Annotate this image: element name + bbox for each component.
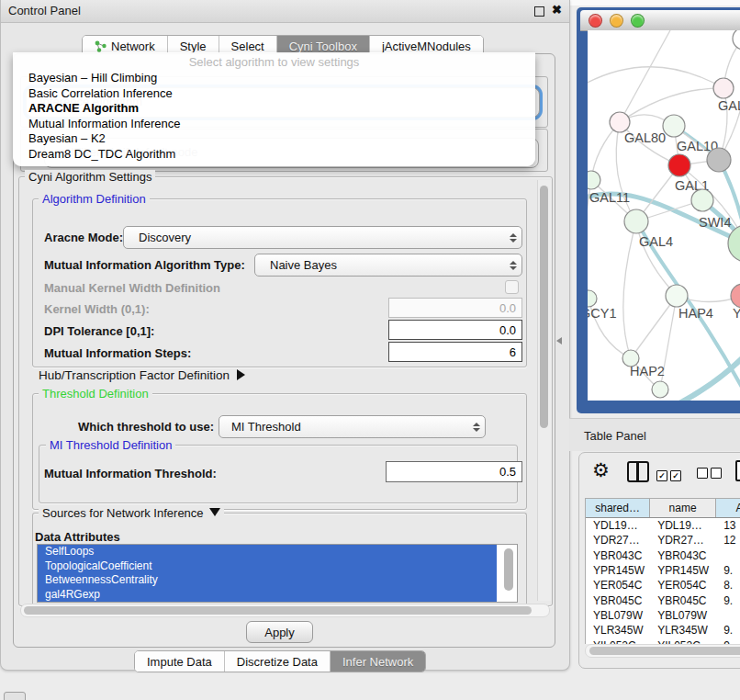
float-window-icon[interactable] <box>534 6 544 17</box>
network-node-gal4[interactable] <box>624 209 648 233</box>
table-header-row: shared…nameA <box>586 499 740 518</box>
which-threshold-combo[interactable]: MI Threshold <box>219 415 486 438</box>
table-row[interactable]: YIL052CYIL052C9. <box>586 638 740 644</box>
table-row[interactable]: YBR045CYBR045C9. <box>586 593 740 607</box>
algorithm-option[interactable]: ARACNE Algorithm <box>13 101 535 117</box>
column-header-1[interactable]: shared… <box>586 499 650 517</box>
network-node-gal[interactable] <box>713 78 734 98</box>
kernel-width-field[interactable]: 0.0 <box>388 298 522 318</box>
column-header-3[interactable]: A <box>716 499 740 517</box>
table-cell: 8. <box>716 578 740 593</box>
data-attribute-item[interactable]: SelfLoops <box>38 545 497 559</box>
attributes-list-scrollbar-thumb[interactable] <box>504 548 513 591</box>
minimized-panel-icon[interactable] <box>4 692 26 700</box>
network-canvas[interactable]: GALGAL80GAL10GAL1SWI4GAL11GAL4HAP4YGCY1H… <box>588 30 740 401</box>
network-node-gal80[interactable] <box>610 112 630 132</box>
network-window-titlebar[interactable] <box>580 10 740 31</box>
settings-vertical-scrollbar[interactable] <box>537 180 551 601</box>
expander-collapsed-icon <box>237 369 245 380</box>
table-cell: YLR345W <box>586 623 650 638</box>
table-cell: YBR043C <box>650 548 716 563</box>
network-node[interactable] <box>733 30 740 50</box>
column-header-2[interactable]: name <box>650 499 716 517</box>
network-node-label: SWI4 <box>699 215 731 230</box>
aracne-mode-combo[interactable]: Discovery <box>123 226 522 249</box>
settings-gear-icon[interactable]: ⚙ <box>592 461 610 480</box>
network-edge-highlighted[interactable] <box>679 341 740 401</box>
control-panel-titlebar[interactable]: Control Panel ✖ <box>1 0 569 23</box>
table-row[interactable]: YDL19…YDL19…13 <box>586 518 740 533</box>
aracne-mode-label: Aracne Mode: <box>44 231 123 244</box>
algorithm-option[interactable]: Mutual Information Inference <box>13 117 535 132</box>
settings-horizontal-scrollbar[interactable] <box>20 604 550 617</box>
threshold-definition-title: Threshold Definition <box>39 387 152 401</box>
network-edge[interactable] <box>623 221 636 358</box>
hub-expander[interactable]: Hub/Transcription Factor Definition <box>39 368 245 382</box>
table-cell: YBR043C <box>586 548 650 563</box>
algorithm-option[interactable]: Bayesian – K2 <box>13 131 535 147</box>
mac-zoom-button[interactable] <box>631 14 645 28</box>
new-column-icon[interactable] <box>735 460 740 481</box>
table-row[interactable]: YER054CYER054C8. <box>586 578 740 593</box>
table-row[interactable]: YBL079WYBL079W <box>586 608 740 623</box>
table-row[interactable]: YPR145WYPR145W9. <box>586 563 740 578</box>
combo-arrows-icon <box>505 261 521 270</box>
tab-impute-data[interactable]: Impute Data <box>135 651 225 672</box>
sources-expander[interactable]: Sources for Network Inference <box>39 506 224 520</box>
network-edge[interactable] <box>588 67 723 88</box>
table-row[interactable]: YDR27…YDR27…12 <box>586 533 740 548</box>
manual-kernel-label: Manual Kernel Width Definition <box>44 281 220 295</box>
tab-discretize-data[interactable]: Discretize Data <box>225 651 331 672</box>
mac-minimize-button[interactable] <box>610 14 623 28</box>
splitpane-collapse-icon[interactable] <box>556 337 562 344</box>
algorithm-option[interactable]: Bayesian – Hill Climbing <box>13 71 535 86</box>
table-body: YDL19…YDL19…13YDR27…YDR27…12YBR043CYBR04… <box>586 518 740 644</box>
network-node[interactable] <box>728 225 740 262</box>
network-node-gal11[interactable] <box>588 171 600 189</box>
table-cell: 9. <box>716 593 740 607</box>
settings-horizontal-scrollbar-thumb[interactable] <box>24 606 532 615</box>
algorithm-option[interactable]: Basic Correlation Inference <box>13 86 535 102</box>
dpi-tolerance-field[interactable]: 0.0 <box>388 320 522 340</box>
network-node-gcy1[interactable] <box>588 290 597 307</box>
apply-button[interactable]: Apply <box>246 621 313 643</box>
network-node-gal10[interactable] <box>663 115 685 137</box>
network-node-gal1[interactable] <box>668 154 690 176</box>
close-icon[interactable]: ✖ <box>552 3 562 17</box>
algorithm-definition-title: Algorithm Definition <box>39 192 150 206</box>
dpi-tolerance-label: DPI Tolerance [0,1]: <box>44 324 154 338</box>
manual-kernel-checkbox[interactable] <box>505 280 519 294</box>
data-attribute-item[interactable]: gal4RGexp <box>38 588 497 603</box>
table-horizontal-scrollbar[interactable] <box>585 644 740 658</box>
tab-jactivemnodules-label: jActiveMNodules <box>382 40 471 53</box>
algorithm-dropdown-placeholder: Select algorithm to view settings <box>13 54 535 71</box>
network-node-y[interactable] <box>731 284 740 308</box>
table-row[interactable]: YLR345WYLR345W9. <box>586 623 740 638</box>
network-edge[interactable] <box>631 296 677 358</box>
data-attributes-list[interactable]: SelfLoopsTopologicalCoefficientBetweenne… <box>37 544 518 603</box>
network-node-label: GAL11 <box>589 190 630 205</box>
network-edge[interactable] <box>620 30 670 122</box>
deselect-all-icon[interactable] <box>697 466 724 482</box>
kernel-width-label: Kernel Width (0,1): <box>44 302 150 316</box>
network-node[interactable] <box>652 381 668 398</box>
data-attribute-item[interactable]: BetweennessCentrality <box>38 573 497 588</box>
algorithm-option[interactable]: Dream8 DC_TDC Algorithm <box>13 147 535 163</box>
network-node-swi4[interactable] <box>691 189 713 211</box>
table-row[interactable]: YBR043CYBR043C <box>586 548 740 563</box>
network-node-hap4[interactable] <box>666 285 688 307</box>
network-node-label: HAP2 <box>630 364 665 378</box>
settings-vertical-scrollbar-thumb[interactable] <box>540 186 548 428</box>
dpi-tolerance-value: 0.0 <box>499 323 516 337</box>
mi-type-combo[interactable]: Naive Bayes <box>254 254 522 277</box>
mi-steps-field[interactable]: 6 <box>388 342 522 362</box>
mac-close-button[interactable] <box>589 14 602 28</box>
network-node[interactable] <box>707 148 731 172</box>
tab-impute-data-label: Impute Data <box>147 655 212 669</box>
split-view-icon[interactable] <box>627 461 649 482</box>
tab-infer-network[interactable]: Infer Network <box>331 651 425 672</box>
select-all-icon[interactable]: ✓✓ <box>656 466 684 482</box>
mi-threshold-field[interactable]: 0.5 <box>386 461 522 482</box>
data-attribute-item[interactable]: TopologicalCoefficient <box>38 559 497 574</box>
table-horizontal-scrollbar-thumb[interactable] <box>589 647 740 655</box>
